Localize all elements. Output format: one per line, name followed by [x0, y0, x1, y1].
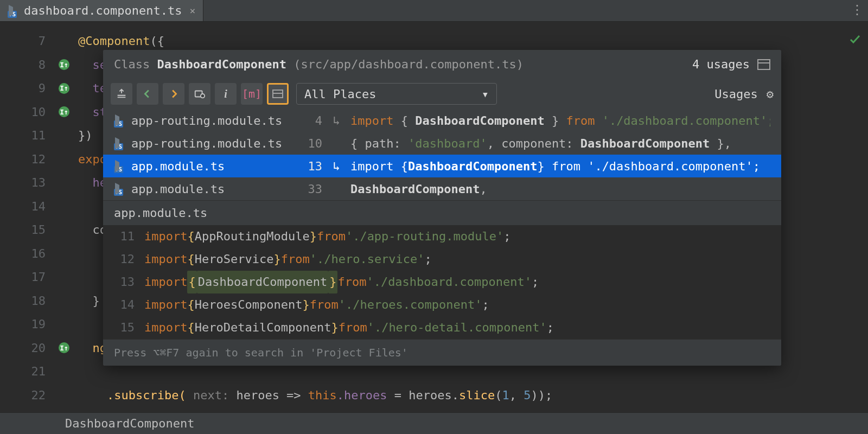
usage-snippet: DashboardComponent, [350, 182, 770, 196]
usage-file: app-routing.module.ts [114, 114, 293, 127]
code-line[interactable]: .subscribe( next: heroes => this.heroes … [78, 384, 868, 407]
typescript-file-icon [114, 160, 126, 172]
typescript-file-icon [8, 5, 20, 17]
usage-snippet: { path: 'dashboard', component: Dashboar… [350, 137, 770, 150]
open-in-toolwindow-icon[interactable] [757, 59, 770, 70]
scope-selector-value: All Places [304, 87, 376, 101]
popup-title: Class DashboardComponent (src/app/dashbo… [114, 58, 692, 71]
gutter-line: 16 [0, 242, 54, 266]
gutter-line: 19 [0, 312, 54, 336]
usage-file: app.module.ts [114, 182, 293, 196]
usages-filter-label[interactable]: Usages [714, 87, 757, 101]
popup-title-prefix: Class [114, 58, 157, 71]
chevron-down-icon: ▾ [482, 87, 489, 101]
usage-snippet: import { DashboardComponent } from './da… [350, 114, 770, 127]
usages-count: 4 usages [692, 58, 750, 71]
show-read-access-button[interactable]: i [215, 83, 237, 105]
gutter-line: 20I↑ [0, 336, 54, 360]
prev-occurrence-button[interactable] [137, 83, 158, 105]
gutter-line: 11 [0, 124, 54, 148]
implements-gutter-icon[interactable]: I↑ [59, 59, 69, 70]
show-write-access-button[interactable]: [m] [241, 83, 263, 105]
typescript-file-icon [114, 114, 126, 126]
implements-gutter-icon[interactable]: I↑ [59, 83, 69, 94]
gutter-line: 22 [0, 384, 54, 407]
preview-filename: app.module.ts [103, 200, 781, 225]
group-by-button[interactable] [189, 83, 210, 105]
preview-line[interactable]: 12import {HeroService} from './hero.serv… [103, 248, 781, 271]
usage-row[interactable]: app-routing.module.ts4↳import { Dashboar… [103, 109, 781, 132]
preview-line[interactable]: 11import {AppRoutingModule} from './app-… [103, 225, 781, 248]
gutter-line: 14 [0, 195, 54, 219]
popup-toolbar: i [m] All Places ▾ Usages ⚙ [103, 79, 781, 109]
gutter-line: 13 [0, 171, 54, 195]
import-usage-icon: ↳ [330, 159, 343, 173]
implements-gutter-icon[interactable]: I↑ [59, 106, 69, 117]
usage-row[interactable]: app.module.ts33 DashboardComponent, [103, 177, 781, 200]
statusbar: DashboardComponent [0, 412, 868, 434]
usage-file: app.module.ts [114, 159, 293, 173]
gutter-line: 18 [0, 289, 54, 313]
preview-toggle-button[interactable] [267, 83, 289, 105]
close-tab-icon[interactable]: × [189, 5, 195, 16]
gutter: 78I↑9I↑10I↑11121314151617181920I↑2122 [0, 22, 54, 412]
find-usages-popup: Class DashboardComponent (src/app/dashbo… [103, 50, 781, 366]
import-usage-icon: ↳ [330, 114, 343, 127]
typescript-file-icon [114, 137, 126, 149]
preview-line[interactable]: 15import {HeroDetailComponent} from './h… [103, 316, 781, 339]
expand-all-button[interactable] [111, 83, 132, 105]
gutter-line: 7 [0, 29, 54, 53]
tab-filename: dashboard.component.ts [24, 4, 182, 17]
gutter-line: 17 [0, 265, 54, 289]
preview-line[interactable]: 13import {DashboardComponent} from './da… [103, 271, 781, 293]
typescript-file-icon [114, 183, 126, 195]
preview-pane: 11import {AppRoutingModule} from './app-… [103, 225, 781, 339]
code-line[interactable]: @Component({ [78, 29, 868, 53]
svg-point-1 [201, 94, 205, 98]
popup-title-class: DashboardComponent [157, 58, 286, 71]
gutter-line: 9I↑ [0, 76, 54, 100]
gutter-line: 15 [0, 218, 54, 242]
editor-tab[interactable]: dashboard.component.ts × [0, 0, 203, 21]
preview-line[interactable]: 14import {HeroesComponent} from './heroe… [103, 293, 781, 316]
usage-row[interactable]: app-routing.module.ts10 { path: 'dashboa… [103, 132, 781, 155]
usage-file: app-routing.module.ts [114, 137, 293, 150]
popup-title-path: (src/app/dashboard.component.ts) [286, 58, 524, 71]
implements-gutter-icon[interactable]: I↑ [59, 342, 69, 353]
scope-selector[interactable]: All Places ▾ [296, 83, 497, 105]
editor-tabbar: dashboard.component.ts × ⋮ [0, 0, 868, 22]
usage-lineno: 4 [301, 114, 322, 127]
gutter-line: 12 [0, 148, 54, 171]
next-occurrence-button[interactable] [163, 83, 184, 105]
usage-lineno: 33 [301, 182, 322, 196]
popup-hint: Press ⌥⌘F7 again to search in 'Project F… [103, 339, 781, 366]
gear-icon[interactable]: ⚙ [767, 87, 774, 101]
statusbar-text: DashboardComponent [65, 417, 194, 430]
gutter-line: 10I↑ [0, 100, 54, 124]
tab-overflow-icon[interactable]: ⋮ [851, 2, 863, 17]
usages-results: app-routing.module.ts4↳import { Dashboar… [103, 109, 781, 200]
gutter-line: 8I↑ [0, 53, 54, 77]
usage-lineno: 13 [301, 159, 322, 173]
popup-header: Class DashboardComponent (src/app/dashbo… [103, 50, 781, 79]
usage-lineno: 10 [301, 137, 322, 150]
usage-row[interactable]: app.module.ts13↳import {DashboardCompone… [103, 155, 781, 177]
gutter-line: 21 [0, 360, 54, 384]
usage-snippet: import {DashboardComponent} from './dash… [350, 159, 770, 173]
